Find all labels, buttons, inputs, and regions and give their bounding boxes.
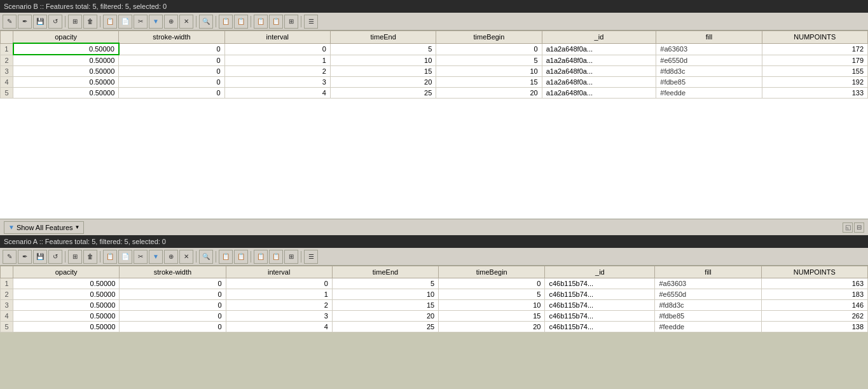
b-col-numpoints-header[interactable]: NUMPOINTS [761, 266, 867, 278]
sep1 [65, 16, 65, 27]
timebegin-cell: 0 [436, 43, 542, 55]
table-row[interactable]: 1 0.50000 0 0 5 0 a1a2a648f0a... #a63603… [1, 43, 868, 55]
table-row[interactable]: 1 0.50000 0 0 5 0 c46b115b74... #a63603 … [1, 278, 868, 289]
col-rownum-header [1, 31, 13, 44]
expand-icon-btn[interactable]: ◱ [843, 222, 853, 233]
b-col-interval-header[interactable]: interval [226, 266, 332, 278]
cross-btn[interactable]: ✕ [179, 15, 193, 29]
col-id-header[interactable]: _id [542, 31, 656, 44]
cut-btn[interactable]: ✂ [134, 15, 148, 29]
b-fill-cell: #e6550d [655, 289, 761, 300]
table-row[interactable]: 2 0.50000 0 1 10 5 a1a2a648f0a... #e6550… [1, 55, 868, 66]
b-save-btn[interactable]: 💾 [33, 250, 47, 264]
table-row[interactable]: 3 0.50000 0 2 15 10 a1a2a648f0a... #fd8d… [1, 66, 868, 77]
timeend-cell: 5 [330, 43, 436, 55]
search-btn[interactable]: 🔍 [199, 15, 213, 29]
pencil-btn[interactable]: ✎ [3, 15, 17, 29]
b-refresh-btn[interactable]: ↺ [48, 250, 62, 264]
b-timebegin-cell: 15 [439, 311, 545, 322]
bottom-right-icons: ◱ ⊟ [843, 222, 864, 233]
b-pencil-btn[interactable]: ✎ [3, 250, 17, 264]
b-copy2-btn[interactable]: 📄 [118, 250, 132, 264]
b-delete-btn[interactable]: 🗑 [83, 250, 97, 264]
b-numpoints-cell: 138 [761, 322, 867, 332]
refresh-btn[interactable]: ↺ [48, 15, 62, 29]
table-row[interactable]: 3 0.50000 0 2 15 10 c46b115b74... #fd8d3… [1, 300, 868, 311]
timeend-cell: 25 [330, 88, 436, 99]
b-sep1 [65, 251, 65, 263]
b-id-cell: c46b115b74... [545, 289, 655, 300]
b-doc1-btn[interactable]: 📋 [219, 250, 233, 264]
doc1-btn[interactable]: 📋 [219, 15, 233, 29]
doc4-btn[interactable]: 📋 [269, 15, 283, 29]
col-numpoints-header[interactable]: NUMPOINTS [762, 31, 867, 44]
interval-cell: 4 [224, 88, 330, 99]
b-timebegin-cell: 10 [439, 300, 545, 311]
b-doc4-btn[interactable]: 📋 [269, 250, 283, 264]
table-row[interactable]: 2 0.50000 0 1 10 5 c46b115b74... #e6550d… [1, 289, 868, 300]
opacity-cell: 0.50000 [13, 66, 119, 77]
row-num-cell: 4 [1, 77, 13, 88]
b-col-id-header[interactable]: _id [545, 266, 655, 278]
b-grid-btn[interactable]: ⊞ [284, 250, 298, 264]
b-col-rownum-header [1, 266, 13, 278]
b-cut-btn[interactable]: ✂ [134, 250, 148, 264]
b-timeend-cell: 25 [332, 322, 438, 332]
b-doc2-btn[interactable]: 📋 [234, 250, 248, 264]
stroke-cell: 0 [119, 77, 224, 88]
top-table-container[interactable]: opacity stroke-width interval timeEnd ti… [0, 31, 868, 125]
b-col-stroke-header[interactable]: stroke-width [120, 266, 226, 278]
b-fill-cell: #a63603 [655, 278, 761, 289]
b-add-btn[interactable]: ⊞ [68, 250, 82, 264]
b-col-timebegin-header[interactable]: timeBegin [439, 266, 545, 278]
table-row[interactable]: 5 0.50000 0 4 25 20 c46b115b74... #feedd… [1, 322, 868, 332]
extra-btn[interactable]: ☰ [304, 15, 318, 29]
b-timebegin-cell: 20 [439, 322, 545, 332]
bottom-table-container[interactable]: opacity stroke-width interval timeEnd ti… [0, 266, 868, 332]
add-btn[interactable]: ⊞ [68, 15, 82, 29]
col-interval-header[interactable]: interval [224, 31, 330, 44]
b-filter-btn[interactable]: ▼ [149, 250, 163, 264]
col-timeend-header[interactable]: timeEnd [330, 31, 436, 44]
collapse-icon-btn[interactable]: ⊟ [854, 222, 864, 233]
b-copy1-btn[interactable]: 📋 [103, 250, 117, 264]
copy1-btn[interactable]: 📋 [103, 15, 117, 29]
b-search-btn[interactable]: 🔍 [199, 250, 213, 264]
doc3-btn[interactable]: 📋 [254, 15, 268, 29]
table-row[interactable]: 5 0.50000 0 4 25 20 a1a2a648f0a... #feed… [1, 88, 868, 99]
b-col-opacity-header[interactable]: opacity [13, 266, 120, 278]
table-row[interactable]: 4 0.50000 0 3 20 15 c46b115b74... #fdbe8… [1, 311, 868, 322]
grid-btn[interactable]: ⊞ [284, 15, 298, 29]
bottom-title: Scenario A :: Features total: 5, filtere… [4, 238, 166, 245]
doc2-btn[interactable]: 📋 [234, 15, 248, 29]
edit-btn[interactable]: ✒ [18, 15, 32, 29]
col-stroke-header[interactable]: stroke-width [119, 31, 224, 44]
interval-cell: 0 [224, 43, 330, 55]
b-sep2 [100, 251, 100, 263]
id-cell: a1a2a648f0a... [542, 43, 656, 55]
b-edit-btn[interactable]: ✒ [18, 250, 32, 264]
b-opacity-cell: 0.50000 [13, 289, 120, 300]
col-fill-header[interactable]: fill [656, 31, 762, 44]
copy2-btn[interactable]: 📄 [118, 15, 132, 29]
b-stroke-cell: 0 [120, 322, 226, 332]
b-plus-btn[interactable]: ⊕ [164, 250, 178, 264]
show-features-label: Show All Features [17, 224, 73, 231]
plus-btn[interactable]: ⊕ [164, 15, 178, 29]
delete-btn[interactable]: 🗑 [83, 15, 97, 29]
col-timebegin-header[interactable]: timeBegin [436, 31, 542, 44]
show-all-features-btn[interactable]: ▼ Show All Features ▼ [4, 221, 84, 234]
b-row-num-cell: 1 [1, 278, 13, 289]
col-opacity-header[interactable]: opacity [13, 31, 119, 44]
b-numpoints-cell: 262 [761, 311, 867, 322]
b-doc3-btn[interactable]: 📋 [254, 250, 268, 264]
b-col-timeend-header[interactable]: timeEnd [332, 266, 438, 278]
b-extra-btn[interactable]: ☰ [304, 250, 318, 264]
b-cross-btn[interactable]: ✕ [179, 250, 193, 264]
bottom-panel: Scenario A :: Features total: 5, filtere… [0, 235, 868, 332]
save-btn[interactable]: 💾 [33, 15, 47, 29]
table-row[interactable]: 4 0.50000 0 3 20 15 a1a2a648f0a... #fdbe… [1, 77, 868, 88]
filter-btn[interactable]: ▼ [149, 15, 163, 29]
timebegin-cell: 15 [436, 77, 542, 88]
b-col-fill-header[interactable]: fill [655, 266, 761, 278]
